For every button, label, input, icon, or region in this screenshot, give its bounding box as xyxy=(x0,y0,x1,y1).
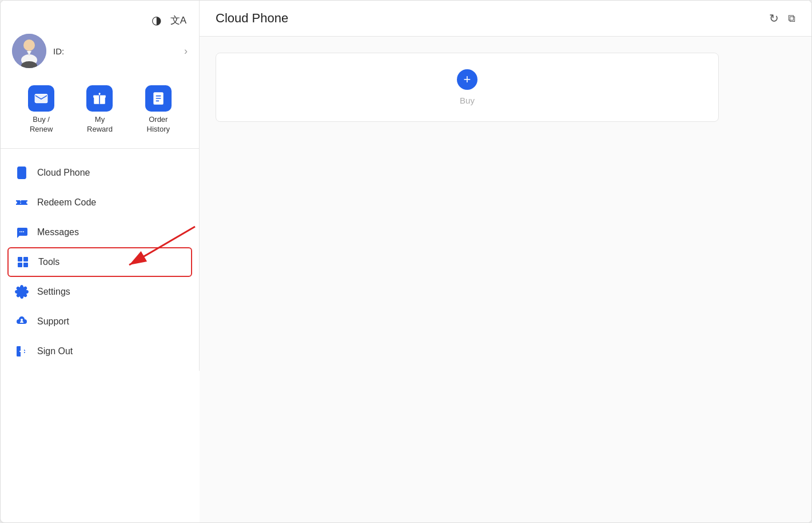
buy-renew-icon xyxy=(28,85,54,112)
sidebar-item-tools-label: Tools xyxy=(38,257,59,267)
support-icon xyxy=(14,314,29,329)
my-reward-icon xyxy=(86,85,113,112)
refresh-button[interactable]: ↻ xyxy=(769,11,779,25)
sidebar-item-redeem-code[interactable]: Redeem Code xyxy=(1,188,199,217)
svg-rect-23 xyxy=(18,263,22,267)
main-header: Cloud Phone ↻ ⧉ xyxy=(200,1,811,37)
messages-icon xyxy=(14,225,29,240)
translate-icon[interactable]: 文A xyxy=(169,12,188,28)
svg-point-20 xyxy=(23,231,24,232)
sidebar-item-sign-out[interactable]: Sign Out xyxy=(1,336,199,366)
sidebar-item-support-label: Support xyxy=(37,316,69,327)
contrast-icon[interactable]: ◑ xyxy=(150,12,162,28)
copy-button[interactable]: ⧉ xyxy=(788,13,795,25)
settings-icon xyxy=(14,284,29,299)
svg-point-18 xyxy=(19,231,21,232)
user-id-label: ID: xyxy=(53,46,64,56)
quick-actions: Buy /Renew MyReward xyxy=(1,80,199,148)
page-title: Cloud Phone xyxy=(216,11,288,26)
svg-point-19 xyxy=(21,231,22,232)
svg-rect-4 xyxy=(35,94,47,102)
sidebar-item-cloud-phone-label: Cloud Phone xyxy=(37,168,90,178)
main-content: Cloud Phone ↻ ⧉ + Buy xyxy=(200,1,811,522)
header-actions: ↻ ⧉ xyxy=(769,11,795,25)
sidebar-divider xyxy=(1,148,199,149)
svg-point-1 xyxy=(23,39,35,51)
sidebar-item-messages[interactable]: Messages xyxy=(1,217,199,247)
user-row[interactable]: ID: › xyxy=(1,34,199,80)
svg-rect-14 xyxy=(16,200,27,205)
my-reward-label: MyReward xyxy=(87,115,113,134)
tools-icon xyxy=(15,255,30,270)
sidebar-item-settings-label: Settings xyxy=(37,287,70,297)
sidebar-item-sign-out-label: Sign Out xyxy=(37,346,73,356)
redeem-code-icon xyxy=(14,195,29,210)
buy-card[interactable]: + Buy xyxy=(216,53,719,122)
buy-renew-action[interactable]: Buy /Renew xyxy=(28,85,54,134)
user-chevron-icon[interactable]: › xyxy=(184,45,188,57)
avatar xyxy=(12,34,46,68)
svg-point-13 xyxy=(21,176,22,177)
buy-label: Buy xyxy=(460,96,475,105)
my-reward-action[interactable]: MyReward xyxy=(86,85,113,134)
sidebar-top-icons: ◑ 文A xyxy=(1,1,199,34)
main-body: + Buy xyxy=(200,37,811,522)
svg-rect-24 xyxy=(23,263,28,267)
buy-plus-icon: + xyxy=(457,69,477,90)
sidebar-item-support[interactable]: Support xyxy=(1,307,199,336)
svg-rect-22 xyxy=(23,257,28,262)
buy-renew-label: Buy /Renew xyxy=(30,115,53,134)
sidebar-item-settings[interactable]: Settings xyxy=(1,277,199,307)
order-history-label: OrderHistory xyxy=(147,115,170,134)
order-history-action[interactable]: OrderHistory xyxy=(145,85,172,134)
sidebar-item-messages-label: Messages xyxy=(37,227,79,237)
svg-rect-21 xyxy=(18,257,22,262)
cloud-phone-icon xyxy=(14,165,29,180)
svg-point-26 xyxy=(21,319,23,321)
nav-list: Cloud Phone xyxy=(1,153,199,371)
sidebar-item-cloud-phone[interactable]: Cloud Phone xyxy=(1,158,199,188)
svg-point-16 xyxy=(26,201,29,204)
sidebar-item-redeem-code-label: Redeem Code xyxy=(37,197,96,208)
sign-out-icon xyxy=(14,344,29,359)
order-history-icon xyxy=(145,85,172,112)
sidebar-item-tools[interactable]: Tools xyxy=(7,247,192,277)
svg-point-15 xyxy=(15,201,17,204)
